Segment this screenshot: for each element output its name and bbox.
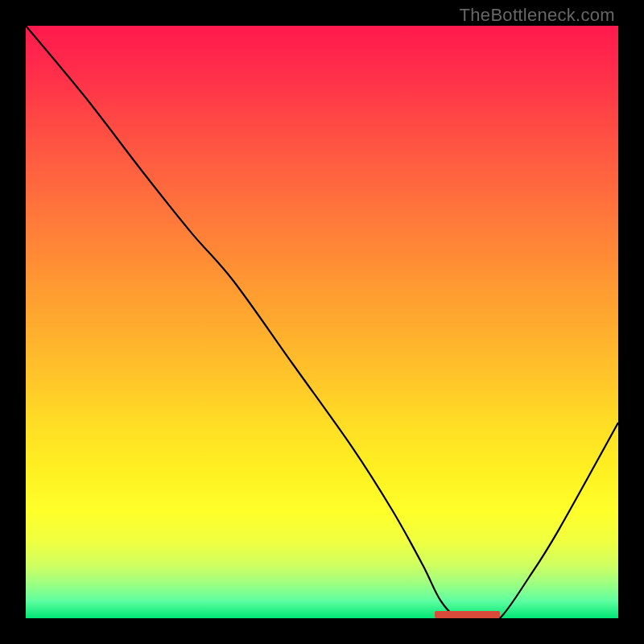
optimal-range-marker [435, 611, 500, 618]
chart-container: TheBottleneck.com [0, 0, 644, 644]
curve-svg [26, 26, 618, 618]
plot-area [26, 26, 618, 618]
bottleneck-curve [26, 26, 618, 618]
watermark-text: TheBottleneck.com [460, 5, 615, 26]
